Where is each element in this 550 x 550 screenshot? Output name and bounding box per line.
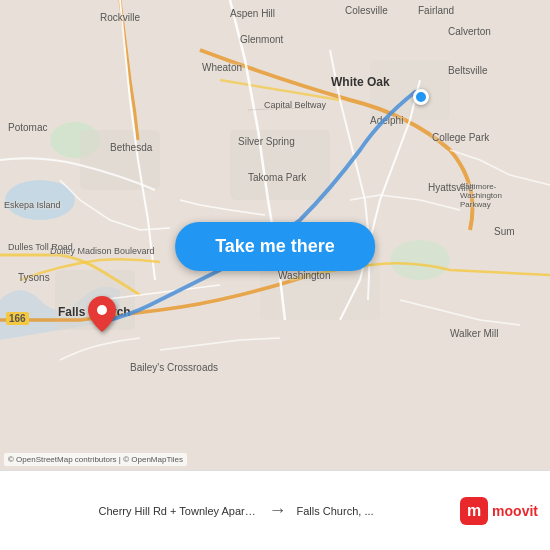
route-arrow-icon: → xyxy=(269,500,287,521)
sum-label: Sum xyxy=(494,226,515,237)
tysons-label: Tysons xyxy=(18,272,50,283)
silver-spring-label: Silver Spring xyxy=(238,136,295,147)
moovit-brand-name: moovit xyxy=(492,503,538,519)
svg-rect-5 xyxy=(80,130,160,190)
calverton-label: Calverton xyxy=(448,26,491,37)
rockville-label: Rockville xyxy=(100,12,140,23)
origin-marker xyxy=(413,89,429,105)
svg-point-4 xyxy=(390,240,450,280)
take-me-there-button[interactable]: Take me there xyxy=(175,222,375,271)
baileys-label: Bailey's Crossroads xyxy=(130,362,218,373)
bethesda-label: Bethesda xyxy=(110,142,152,153)
takoma-park-label: Takoma Park xyxy=(248,172,306,183)
moovit-logo-icon: m xyxy=(460,497,488,525)
dulles-label: Dulles Toll Road xyxy=(8,242,73,252)
wheaton-label: Wheaton xyxy=(202,62,242,73)
eskepa-label: Eskepa Island xyxy=(4,200,61,210)
beltsville-label: Beltsville xyxy=(448,65,487,76)
potomac-label: Potomac xyxy=(8,122,47,133)
i66-shield: 166 xyxy=(6,312,29,325)
walker-mill-label: Walker Mill xyxy=(450,328,499,339)
bwp-label: Baltimore-Washington Parkway xyxy=(460,182,520,209)
svg-point-10 xyxy=(97,305,107,315)
moovit-logo: m moovit xyxy=(460,497,538,525)
adelphi-label: Adelphi xyxy=(370,115,403,126)
fairland-label: Fairland xyxy=(418,5,454,16)
glenmont-label: Glenmont xyxy=(240,34,283,45)
route-from: Cherry Hill Rd + Townley Apartme... xyxy=(99,505,259,517)
bottom-bar: Cherry Hill Rd + Townley Apartme... → Fa… xyxy=(0,470,550,550)
aspen-hill-label: Aspen Hill xyxy=(230,8,275,19)
colesville-label: Colesville xyxy=(345,5,388,16)
capital-beltway-label: Capital Beltway xyxy=(264,100,326,110)
washington-label: Washington xyxy=(278,270,330,281)
map-container: Rockville Aspen Hill Colesville Fairland… xyxy=(0,0,550,470)
route-info: Cherry Hill Rd + Townley Apartme... → Fa… xyxy=(12,500,460,521)
destination-marker xyxy=(88,296,116,336)
college-park-label: College Park xyxy=(432,132,489,143)
map-attribution-overlay: © OpenStreetMap contributors | © OpenMap… xyxy=(4,453,187,466)
white-oak-label: White Oak xyxy=(331,75,390,89)
route-to: Falls Church, ... xyxy=(297,505,374,517)
